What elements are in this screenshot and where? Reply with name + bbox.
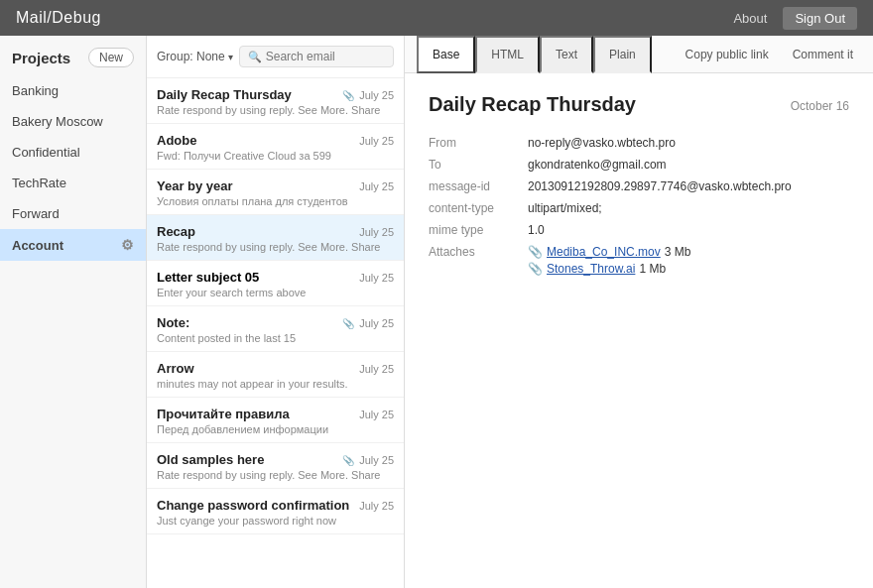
sidebar-item-forward[interactable]: Forward: [0, 198, 146, 229]
paperclip-icon: 📎: [342, 90, 357, 101]
sidebar-item-label: TechRate: [12, 176, 66, 190]
email-item[interactable]: RecapJuly 25Rate respond by using reply.…: [147, 215, 404, 261]
email-item-row: Note:📎 July 25: [157, 315, 394, 330]
email-item[interactable]: AdobeJuly 25Fwd: Получи Creative Cloud з…: [147, 124, 404, 170]
email-list-panel: Group: None ▾ 🔍 Daily Recap Thursday📎 Ju…: [147, 36, 405, 588]
sidebar-item-confidential[interactable]: Confidential: [0, 137, 146, 168]
meta-value: 20130912192809.29897.7746@vasko.wbtech.p…: [528, 177, 849, 195]
email-item-date: July 25: [359, 226, 394, 238]
sidebar-item-bakery-moscow[interactable]: Bakery Moscow: [0, 106, 146, 137]
email-item-name: Adobe: [157, 133, 196, 148]
new-project-button[interactable]: New: [88, 48, 134, 67]
meta-label: mime type: [429, 221, 528, 239]
gear-icon[interactable]: ⚙: [121, 237, 134, 253]
email-item-preview: Rate respond by using reply. See More. S…: [157, 241, 394, 253]
email-item-date: July 25: [359, 500, 394, 512]
app-layout: Projects New BankingBakery MoscowConfide…: [0, 36, 873, 588]
email-subject-row: Daily Recap Thursday October 16: [429, 93, 849, 116]
email-item[interactable]: ArrowJuly 25minutes may not appear in yo…: [147, 352, 404, 398]
search-box: 🔍: [239, 46, 394, 67]
email-item-date: July 25: [359, 272, 394, 284]
email-item[interactable]: Change password confirmationJuly 25Just …: [147, 489, 404, 534]
meta-value: ultipart/mixed;: [528, 199, 849, 217]
group-label: Group: None: [157, 50, 225, 63]
attachment-size: 1 Mb: [639, 262, 666, 276]
email-item-date: 📎 July 25: [342, 89, 394, 101]
email-item-name: Year by year: [157, 178, 233, 193]
search-input[interactable]: [266, 50, 385, 63]
attachment-name[interactable]: Stones_Throw.ai: [547, 262, 635, 276]
email-item-name: Change password confirmation: [157, 498, 349, 513]
group-button[interactable]: Group: None ▾: [157, 50, 233, 63]
comment-button[interactable]: Comment it: [785, 42, 861, 67]
email-item-row: Letter subject 05July 25: [157, 270, 394, 285]
email-subject: Daily Recap Thursday: [429, 93, 636, 116]
paperclip-icon: 📎: [342, 455, 357, 466]
topbar: Mail/Debug About Sign Out: [0, 0, 873, 36]
email-item-name: Recap: [157, 224, 195, 239]
meta-label: Attaches: [429, 243, 528, 278]
sidebar-item-account[interactable]: Account⚙: [0, 229, 146, 261]
tab-html[interactable]: HTML: [475, 36, 540, 73]
attachment-name[interactable]: Mediba_Co_INC.mov: [547, 245, 661, 259]
email-item-row: Прочитайте правилаJuly 25: [157, 407, 394, 421]
email-item-preview: Content posted in the last 15: [157, 332, 394, 344]
email-item[interactable]: Old samples here📎 July 25Rate respond by…: [147, 443, 404, 489]
copy-public-link-button[interactable]: Copy public link: [678, 42, 777, 67]
email-item-preview: Условия оплаты плана для студентов: [157, 195, 394, 207]
sidebar-item-techrate[interactable]: TechRate: [0, 168, 146, 198]
email-item-preview: Rate respond by using reply. See More. S…: [157, 104, 394, 116]
sidebar-item-label: Forward: [12, 206, 60, 221]
email-detail-date: October 16: [791, 93, 849, 113]
email-items-list: Daily Recap Thursday📎 July 25Rate respon…: [147, 78, 404, 588]
chevron-down-icon: ▾: [228, 52, 233, 62]
email-item-date: July 25: [359, 409, 394, 420]
email-item-preview: Rate respond by using reply. See More. S…: [157, 469, 394, 481]
email-item-preview: Enter your search terms above: [157, 287, 394, 298]
email-item-preview: Перед добавлением информации: [157, 423, 394, 435]
topbar-actions: About Sign Out: [725, 7, 857, 30]
meta-value: 📎Mediba_Co_INC.mov 3 Mb📎Stones_Throw.ai …: [528, 243, 849, 278]
sidebar-items-list: BankingBakery MoscowConfidentialTechRate…: [0, 75, 146, 588]
email-item[interactable]: Прочитайте правилаJuly 25Перед добавлени…: [147, 398, 404, 443]
sidebar-item-label: Confidential: [12, 145, 80, 160]
email-item-row: ArrowJuly 25: [157, 361, 394, 376]
meta-label: To: [429, 156, 528, 174]
sidebar-title: Projects: [12, 50, 70, 66]
tab-base[interactable]: Base: [417, 36, 475, 73]
email-item-row: Daily Recap Thursday📎 July 25: [157, 87, 394, 102]
paperclip-icon: 📎: [342, 318, 357, 329]
email-item[interactable]: Year by yearJuly 25Условия оплаты плана …: [147, 170, 404, 215]
email-item-row: RecapJuly 25: [157, 224, 394, 239]
email-meta: Fromno-reply@vasko.wbtech.proTogkondrate…: [429, 134, 849, 278]
app-logo: Mail/Debug: [16, 9, 101, 27]
paperclip-icon: 📎: [528, 245, 543, 259]
email-item[interactable]: Letter subject 05July 25Enter your searc…: [147, 261, 404, 306]
email-item-preview: Fwd: Получи Creative Cloud за 599: [157, 150, 394, 162]
meta-value: no-reply@vasko.wbtech.pro: [528, 134, 849, 152]
email-item-name: Letter subject 05: [157, 270, 259, 285]
email-item-name: Note:: [157, 315, 189, 330]
attachment-size: 3 Mb: [665, 245, 691, 259]
email-item-date: July 25: [359, 363, 394, 375]
tab-plain[interactable]: Plain: [593, 36, 652, 73]
email-list-header: Group: None ▾ 🔍: [147, 36, 404, 78]
about-link[interactable]: About: [725, 7, 775, 30]
email-item-date: July 25: [359, 180, 394, 192]
attachment-item: 📎Stones_Throw.ai 1 Mb: [528, 262, 849, 276]
email-item-row: Year by yearJuly 25: [157, 178, 394, 193]
email-item-name: Old samples here: [157, 452, 264, 467]
email-item[interactable]: Daily Recap Thursday📎 July 25Rate respon…: [147, 78, 404, 124]
tab-text[interactable]: Text: [540, 36, 593, 73]
email-item[interactable]: Note:📎 July 25Content posted in the last…: [147, 306, 404, 352]
sidebar-header: Projects New: [0, 36, 146, 75]
meta-value: 1.0: [528, 221, 849, 239]
sidebar-item-banking[interactable]: Banking: [0, 75, 146, 106]
email-item-date: 📎 July 25: [342, 317, 394, 329]
signout-button[interactable]: Sign Out: [783, 7, 857, 30]
email-content: Daily Recap Thursday October 16 Fromno-r…: [405, 73, 873, 588]
email-item-preview: Just cyange your password right now: [157, 515, 394, 527]
sidebar: Projects New BankingBakery MoscowConfide…: [0, 36, 147, 588]
email-item-name: Arrow: [157, 361, 194, 376]
email-item-name: Daily Recap Thursday: [157, 87, 292, 102]
